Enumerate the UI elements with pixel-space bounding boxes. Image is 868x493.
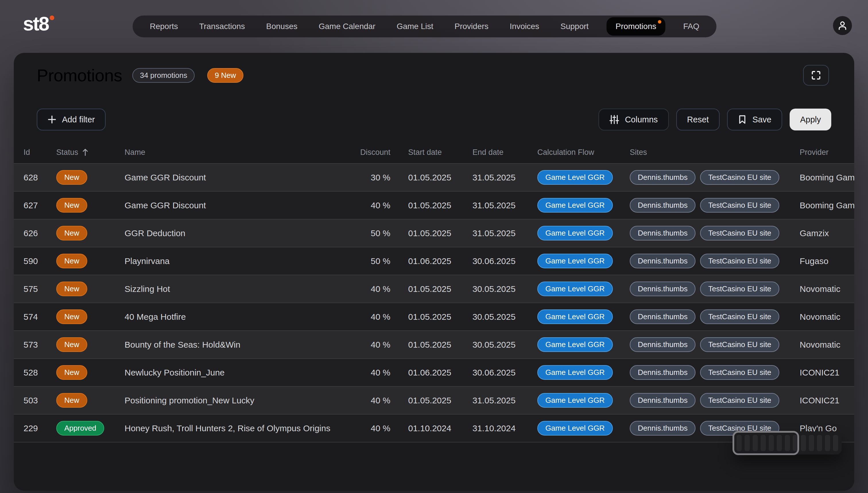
column-header-calculation-flow[interactable]: Calculation Flow (521, 148, 614, 157)
table-row-626[interactable]: 626NewGGR Deduction50 %01.05.202531.05.2… (14, 219, 854, 247)
provider-name: ICONIC21 (784, 395, 854, 405)
discount-value: 40 % (343, 368, 392, 378)
provider-name: Gamzix (784, 229, 854, 238)
fullscreen-icon (811, 70, 821, 80)
nav-item-faq[interactable]: FAQ (683, 22, 699, 31)
scrollbar-rib (801, 435, 806, 451)
status-cell: Approved (56, 421, 124, 435)
sort-ascending-arrow-icon (82, 148, 89, 156)
start-date: 01.06.2025 (392, 368, 456, 378)
nav-item-support[interactable]: Support (561, 22, 589, 31)
table-row-503[interactable]: 503NewPositioning promotion_New Lucky40 … (14, 386, 854, 414)
horizontal-scrollbar[interactable] (733, 431, 842, 454)
add-filter-button[interactable]: Add filter (37, 109, 106, 130)
table-row-574[interactable]: 574New40 Mega Hotfire40 %01.05.202530.05… (14, 302, 854, 330)
end-date: 30.05.2025 (456, 284, 521, 294)
column-header-end-date[interactable]: End date (456, 148, 521, 157)
status-cell: New (56, 226, 124, 240)
row-id: 503 (24, 395, 56, 405)
nav-item-transactions[interactable]: Transactions (199, 22, 245, 31)
reset-button[interactable]: Reset (676, 109, 720, 130)
calculation-flow-cell: Game Level GGR (521, 309, 614, 324)
row-id: 229 (24, 424, 56, 433)
site-tag: Dennis.thumbs (630, 421, 695, 435)
column-header-discount[interactable]: Discount (343, 148, 392, 157)
table-row-628[interactable]: 628NewGame GGR Discount30 %01.05.202531.… (14, 163, 854, 191)
table-header: Id Status Name Discount Start date End d… (14, 141, 854, 163)
scrollbar-thumb[interactable] (732, 431, 799, 455)
nav-item-invoices[interactable]: Invoices (510, 22, 539, 31)
promotion-name: Bounty of the Seas: Hold&Win (124, 340, 343, 350)
discount-value: 40 % (343, 395, 392, 405)
table-row-627[interactable]: 627NewGame GGR Discount40 %01.05.202531.… (14, 191, 854, 219)
status-badge: New (56, 170, 87, 185)
calculation-flow-cell: Game Level GGR (521, 421, 614, 435)
status-cell: New (56, 198, 124, 213)
nav-item-promotions[interactable]: Promotions (607, 17, 666, 36)
discount-value: 40 % (343, 424, 392, 433)
end-date: 31.05.2025 (456, 200, 521, 210)
apply-button[interactable]: Apply (790, 109, 831, 130)
discount-value: 40 % (343, 312, 392, 322)
new-count-badge: 9 New (207, 68, 244, 83)
nav-item-bonuses[interactable]: Bonuses (266, 22, 297, 31)
calculation-flow-badge: Game Level GGR (537, 393, 613, 408)
columns-label: Columns (625, 115, 658, 124)
top-bar: st8 ReportsTransactionsBonusesGame Calen… (0, 0, 868, 53)
site-tag: Dennis.thumbs (630, 226, 695, 240)
promotion-name: Game GGR Discount (124, 173, 343, 183)
user-avatar-button[interactable] (833, 16, 852, 35)
site-tag: Dennis.thumbs (630, 170, 695, 185)
promotion-name: Newlucky Positionin_June (124, 368, 343, 378)
nav-item-game-list[interactable]: Game List (397, 22, 433, 31)
table-row-575[interactable]: 575NewSizzling Hot40 %01.05.202530.05.20… (14, 275, 854, 302)
calculation-flow-cell: Game Level GGR (521, 254, 614, 268)
provider-name: Novomatic (784, 284, 854, 294)
add-filter-label: Add filter (62, 115, 95, 124)
row-id: 574 (24, 312, 56, 322)
end-date: 30.05.2025 (456, 312, 521, 322)
status-badge: New (56, 226, 87, 240)
provider-name: ICONIC21 (784, 368, 854, 378)
table-row-573[interactable]: 573NewBounty of the Seas: Hold&Win40 %01… (14, 330, 854, 358)
site-tag: Dennis.thumbs (630, 198, 695, 213)
fullscreen-button[interactable] (803, 65, 829, 86)
calculation-flow-cell: Game Level GGR (521, 170, 614, 185)
provider-name: Novomatic (784, 340, 854, 350)
sites-cell: Dennis.thumbsTestCasino EU site (614, 309, 784, 324)
status-cell: New (56, 254, 124, 268)
nav-item-providers[interactable]: Providers (455, 22, 488, 31)
column-header-status[interactable]: Status (56, 148, 124, 157)
logo-text: st8 (23, 13, 48, 35)
column-header-id[interactable]: Id (24, 148, 56, 157)
end-date: 30.06.2025 (456, 368, 521, 378)
table-row-229[interactable]: 229ApprovedHoney Rush, Troll Hunters 2, … (14, 414, 854, 442)
start-date: 01.10.2024 (392, 424, 456, 433)
save-button[interactable]: Save (727, 109, 782, 130)
site-tag: TestCasino EU site (700, 170, 779, 185)
main-nav: ReportsTransactionsBonusesGame CalendarG… (133, 16, 716, 37)
table-row-590[interactable]: 590NewPlaynirvana50 %01.06.202530.06.202… (14, 247, 854, 275)
calculation-flow-cell: Game Level GGR (521, 393, 614, 408)
end-date: 31.05.2025 (456, 229, 521, 238)
plus-icon (48, 115, 56, 124)
st8-logo[interactable]: st8 (23, 13, 54, 35)
row-id: 627 (24, 200, 56, 210)
column-header-start-date[interactable]: Start date (392, 148, 456, 157)
column-header-sites[interactable]: Sites (614, 148, 784, 157)
status-cell: New (56, 337, 124, 352)
nav-item-game-calendar[interactable]: Game Calendar (319, 22, 375, 31)
nav-item-reports[interactable]: Reports (150, 22, 178, 31)
promotion-name: Honey Rush, Troll Hunters 2, Rise of Oly… (124, 424, 343, 433)
column-header-name[interactable]: Name (124, 148, 343, 157)
panel-header: Promotions 34 promotions 9 New (14, 53, 854, 98)
calculation-flow-badge: Game Level GGR (537, 254, 613, 268)
row-id: 628 (24, 173, 56, 183)
sites-cell: Dennis.thumbsTestCasino EU site (614, 170, 784, 185)
column-header-provider[interactable]: Provider (784, 148, 854, 157)
row-id: 626 (24, 229, 56, 238)
columns-button[interactable]: Columns (598, 109, 668, 130)
promotions-count-badge: 34 promotions (132, 68, 195, 83)
table-row-528[interactable]: 528NewNewlucky Positionin_June40 %01.06.… (14, 358, 854, 386)
apply-label: Apply (800, 115, 821, 124)
